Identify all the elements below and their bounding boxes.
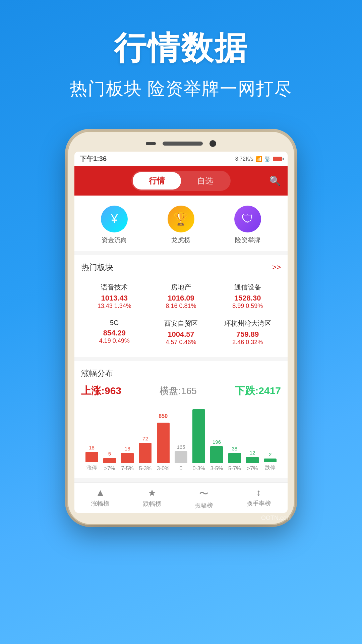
phone-sensor — [146, 142, 156, 145]
sector-name: 西安自贸区 — [151, 319, 211, 328]
bar-group-gt7: 5 >7% — [103, 449, 116, 472]
phone-mockup: 下午1:36 8.72K/s 📶 📡 行情 自选 🔍 — [0, 131, 362, 525]
phone-screen: 下午1:36 8.72K/s 📶 📡 行情 自选 🔍 — [74, 152, 288, 513]
bar-group-7-5: 18 7-5% — [121, 444, 134, 472]
quick-icon-dragon-tiger[interactable]: 🏆 龙虎榜 — [168, 206, 194, 245]
tab-rise-rank[interactable]: ▲ 涨幅榜 — [91, 487, 109, 509]
sector-item[interactable]: 语音技术 1013.43 13.43 1.34% — [81, 278, 148, 314]
sectors-grid: 语音技术 1013.43 13.43 1.34% 房地产 1016.09 8.1… — [81, 278, 281, 351]
fall-rank-label: 跌幅榜 — [143, 500, 161, 508]
bar-group-5-3: 72 5-3% — [139, 434, 152, 472]
nav-bar: 行情 自选 🔍 — [74, 166, 288, 196]
rise-distribution-title: 涨幅分布 — [81, 368, 281, 379]
insurance-label: 险资举牌 — [235, 236, 260, 245]
sector-item[interactable]: 通信设备 1528.30 8.99 0.59% — [214, 278, 281, 314]
sector-item[interactable]: 5G 854.29 4.19 0.49% — [81, 314, 148, 351]
sector-price: 1528.30 — [218, 294, 278, 303]
bar-group-limit-down: 2 跌停 — [264, 449, 277, 472]
network-speed: 8.72K/s — [235, 156, 253, 162]
phone-top — [74, 140, 288, 147]
sector-change: 8.16 0.81% — [151, 303, 211, 310]
sector-name: 环杭州湾大湾区 — [218, 319, 278, 328]
hero-title: 行情数据 — [13, 27, 349, 70]
bar-chart: 18 涨停 5 >7% — [81, 405, 281, 472]
tab-market[interactable]: 行情 — [133, 172, 181, 190]
hero-subtitle: 热门板块 险资举牌一网打尽 — [13, 77, 349, 101]
rise-rank-label: 涨幅榜 — [91, 499, 109, 507]
sector-price: 854.29 — [84, 329, 144, 337]
tab-fall-rank[interactable]: ★ 跌幅榜 — [143, 487, 161, 509]
sector-change: 2.46 0.32% — [218, 339, 278, 346]
phone-speaker — [163, 142, 203, 146]
hero-section: 行情数据 热门板块 险资举牌一网打尽 — [0, 0, 362, 114]
sector-change: 13.43 1.34% — [84, 303, 144, 310]
signal-icon: 📶 — [255, 156, 262, 162]
bar-group-3-5: 196 3-5% — [210, 437, 223, 472]
wifi-icon: 📡 — [264, 156, 271, 162]
tab-watchlist[interactable]: 自选 — [181, 172, 229, 190]
main-content: ¥ 资金流向 🏆 龙虎榜 🛡 险资举牌 热门板块 — [74, 196, 288, 513]
bar-group-limit-up: 18 涨停 — [85, 443, 98, 472]
sector-item[interactable]: 房地产 1016.09 8.16 0.81% — [148, 278, 215, 314]
sector-change: 4.19 0.49% — [84, 337, 144, 344]
sector-name: 5G — [84, 319, 144, 327]
nav-tabs: 行情 自选 — [131, 171, 231, 191]
turnover-rank-icon: ↕ — [256, 487, 261, 498]
bottom-tabs: ▲ 涨幅榜 ★ 跌幅榜 〜 振幅榜 ↕ 换手率榜 — [74, 482, 288, 513]
sector-price: 1004.57 — [151, 330, 211, 339]
sector-price: 759.89 — [218, 330, 278, 339]
hot-sectors-header: 热门板块 >> — [81, 262, 281, 273]
watermark: OOTN.com — [261, 515, 292, 522]
amplitude-rank-icon: 〜 — [199, 487, 208, 500]
quick-icon-capital-flow[interactable]: ¥ 资金流向 — [101, 206, 128, 245]
amplitude-rank-label: 振幅榜 — [195, 501, 213, 509]
sector-change: 8.99 0.59% — [218, 303, 278, 310]
rise-flat-count: 横盘:165 — [160, 385, 197, 397]
battery-icon — [273, 157, 282, 161]
capital-flow-icon: ¥ — [101, 206, 128, 232]
quick-icon-insurance[interactable]: 🛡 险资举牌 — [234, 206, 261, 245]
sector-name: 通信设备 — [218, 283, 278, 292]
sector-name: 语音技术 — [84, 283, 144, 292]
rise-distribution-section: 涨幅分布 上涨:963 横盘:165 下跌:2417 18 — [74, 361, 288, 478]
bar-group-0-3: 2169 0-3% — [192, 405, 205, 472]
sector-change: 4.57 0.46% — [151, 339, 211, 346]
bar-group-3-0: 850 3-0% — [157, 413, 170, 472]
turnover-rank-label: 换手率榜 — [247, 499, 271, 507]
bar-group-flat: 165 0 — [175, 442, 187, 472]
rise-rank-icon: ▲ — [96, 487, 105, 498]
rise-down-count: 下跌:2417 — [235, 384, 281, 398]
fall-rank-icon: ★ — [148, 487, 156, 498]
sector-price: 1016.09 — [151, 294, 211, 303]
search-icon[interactable]: 🔍 — [269, 175, 281, 186]
insurance-icon: 🛡 — [234, 206, 261, 232]
bar-group-gt7-down: 12 >7% — [246, 448, 259, 472]
rise-up-count: 上涨:963 — [81, 384, 121, 398]
capital-flow-label: 资金流向 — [102, 236, 127, 245]
status-time: 下午1:36 — [80, 154, 107, 163]
quick-icons-row: ¥ 资金流向 🏆 龙虎榜 🛡 险资举牌 — [74, 196, 288, 251]
sector-item[interactable]: 环杭州湾大湾区 759.89 2.46 0.32% — [214, 314, 281, 351]
status-bar: 下午1:36 8.72K/s 📶 📡 — [74, 152, 288, 166]
sector-item[interactable]: 西安自贸区 1004.57 4.57 0.46% — [148, 314, 215, 351]
dragon-tiger-label: 龙虎榜 — [171, 236, 190, 245]
tab-turnover-rank[interactable]: ↕ 换手率榜 — [247, 487, 271, 509]
bar-group-5-7: 38 5-7% — [228, 444, 241, 472]
hot-sectors-section: 热门板块 >> 语音技术 1013.43 13.43 1.34% 房地产 101… — [74, 255, 288, 357]
rise-summary: 上涨:963 横盘:165 下跌:2417 — [81, 384, 281, 398]
phone-camera — [209, 140, 216, 147]
phone-body: 下午1:36 8.72K/s 📶 📡 行情 自选 🔍 — [67, 131, 295, 525]
sector-name: 房地产 — [151, 283, 211, 292]
hot-sectors-title: 热门板块 — [81, 262, 113, 273]
hot-sectors-more[interactable]: >> — [272, 263, 281, 272]
status-right: 8.72K/s 📶 📡 — [235, 156, 282, 162]
sector-price: 1013.43 — [84, 294, 144, 303]
dragon-tiger-icon: 🏆 — [168, 206, 194, 232]
tab-amplitude-rank[interactable]: 〜 振幅榜 — [195, 487, 213, 509]
